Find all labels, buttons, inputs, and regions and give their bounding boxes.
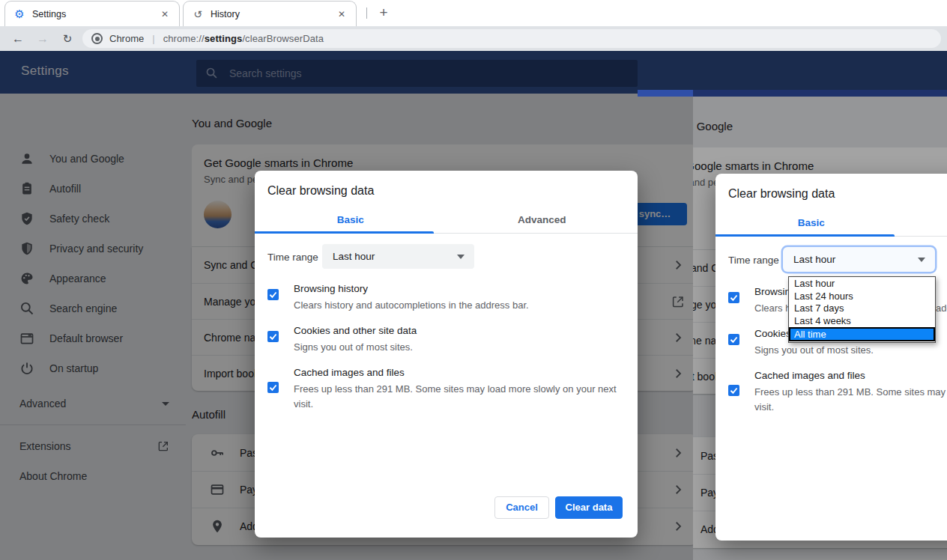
tab-history[interactable]: ↺ History ✕: [183, 1, 357, 26]
tab-divider: [366, 7, 367, 19]
active-tab-underline: [255, 231, 434, 234]
tab-strip: ⚙ Settings ✕ ↺ History ✕ +: [0, 0, 947, 26]
screen: ⚙ Settings ✕ ↺ History ✕ + ← → ↻ Chrome …: [0, 0, 947, 560]
dialog-title: Clear browsing data: [728, 187, 835, 201]
new-tab-button[interactable]: +: [374, 3, 393, 22]
checkbox-checked[interactable]: [267, 331, 279, 342]
cancel-button[interactable]: Cancel: [494, 496, 549, 519]
dialog-tabs: Basic Advanced: [715, 210, 947, 237]
clear-browsing-data-dialog: Clear browsing data Basic Advanced Time …: [255, 171, 638, 538]
site-label: Chrome: [109, 33, 144, 44]
checkbox-checked[interactable]: [728, 334, 739, 345]
tab-settings[interactable]: ⚙ Settings ✕: [4, 1, 180, 26]
close-icon[interactable]: ✕: [158, 7, 172, 21]
tab-advanced[interactable]: Advanced: [907, 210, 947, 236]
history-icon: ↺: [191, 9, 205, 19]
time-range-select[interactable]: Last hour: [322, 244, 474, 269]
checkbox-checked[interactable]: [267, 382, 279, 393]
dropdown-option-last-7-days[interactable]: Last 7 days: [789, 302, 935, 315]
checkbox-checked[interactable]: [728, 292, 739, 303]
back-icon[interactable]: ←: [9, 30, 27, 48]
tab-advanced[interactable]: Advanced: [447, 207, 638, 233]
tab-title: History: [211, 9, 335, 19]
tab-basic[interactable]: Basic: [715, 210, 907, 236]
dropdown-option-last-24-hours[interactable]: Last 24 hours: [789, 290, 935, 303]
time-range-value: Last hour: [333, 244, 375, 269]
gear-icon: ⚙: [13, 9, 26, 19]
dropdown-option-all-time-selected[interactable]: All time: [789, 327, 935, 341]
dropdown-caret-icon: [918, 258, 925, 262]
address-separator: |: [152, 33, 154, 44]
toolbar: ← → ↻ Chrome | chrome://settings/clearBr…: [0, 26, 947, 51]
time-range-value: Last hour: [793, 247, 835, 272]
close-icon[interactable]: ✕: [335, 7, 348, 21]
checkbox-checked[interactable]: [267, 289, 279, 300]
url-text: chrome://settings/clearBrowserData: [163, 33, 324, 44]
dropdown-option-last-4-weeks[interactable]: Last 4 weeks: [789, 315, 935, 328]
forward-icon[interactable]: →: [34, 30, 52, 48]
clear-data-button[interactable]: Clear data: [555, 496, 623, 519]
time-range-dropdown: Last hour Last 24 hours Last 7 days Last…: [788, 276, 936, 343]
dialog-tabs: Basic Advanced: [255, 207, 638, 234]
dialog-title: Clear browsing data: [267, 184, 374, 198]
chrome-logo-icon: [91, 33, 103, 44]
clear-browsing-data-dialog: Clear browsing data Basic Advanced Time …: [715, 174, 947, 541]
address-bar[interactable]: Chrome | chrome://settings/clearBrowserD…: [82, 29, 941, 48]
time-range-label: Time range: [267, 252, 318, 263]
reload-icon[interactable]: ↻: [58, 30, 76, 48]
active-tab-underline: [715, 234, 895, 237]
time-range-label: Time range: [728, 255, 779, 266]
checkbox-checked[interactable]: [728, 385, 739, 396]
time-range-select[interactable]: Last hour: [783, 247, 935, 272]
tab-title: Settings: [32, 9, 158, 19]
tab-basic[interactable]: Basic: [255, 207, 447, 233]
browser-chrome: ⚙ Settings ✕ ↺ History ✕ + ← → ↻ Chrome …: [0, 0, 947, 51]
dropdown-caret-icon: [457, 255, 465, 259]
zoomed-dialog-panel: Settings You and Google Autofill Safety …: [693, 90, 947, 560]
dropdown-option-last-hour[interactable]: Last hour: [789, 278, 935, 290]
